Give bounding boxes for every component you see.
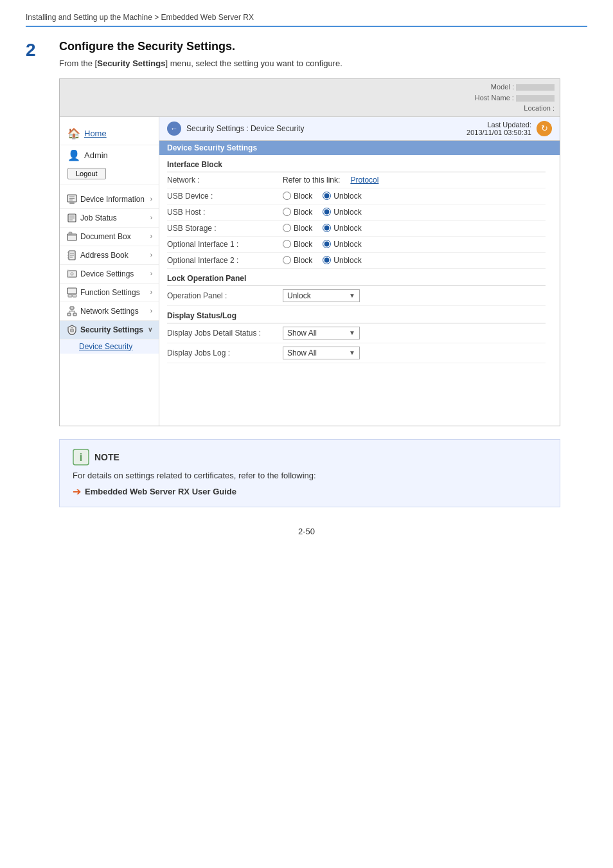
svg-rect-26: [73, 313, 76, 316]
opt2-unblock-radio[interactable]: [323, 256, 331, 264]
sidebar-item-job-status[interactable]: Job Status ›: [60, 209, 159, 228]
main-content: ← Security Settings : Device Security La…: [159, 117, 560, 426]
address-book-icon: [66, 250, 78, 260]
model-info: Model : Host Name : Location :: [475, 82, 555, 114]
settings-row-operation-panel: Operation Panel : Unlock ▼: [167, 286, 546, 306]
dropdown-arrow-icon: ▼: [349, 349, 355, 356]
browser-mockup: Model : Host Name : Location : 🏠 Home 👤: [59, 78, 560, 426]
user-icon: 👤: [67, 149, 80, 161]
usb-storage-block-option[interactable]: Block: [283, 224, 312, 233]
arrow-right-icon: ➔: [73, 485, 81, 498]
sidebar-nav: Device Information ›: [60, 190, 159, 354]
protocol-link[interactable]: Protocol: [350, 176, 378, 185]
optional-interface-1-block-option[interactable]: Block: [283, 240, 312, 249]
usb-storage-radio-group: Block Unblock: [283, 224, 362, 233]
chevron-right-icon: ›: [150, 195, 152, 203]
usb-storage-block-radio[interactable]: [283, 224, 291, 232]
document-box-icon: [66, 231, 78, 242]
back-button[interactable]: ←: [167, 122, 181, 136]
sidebar-item-label: Document Box: [80, 232, 148, 241]
svg-rect-31: [71, 329, 74, 332]
breadcrumb: Installing and Setting up the Machine > …: [26, 13, 587, 27]
sidebar-user: 👤 Admin: [60, 145, 159, 165]
display-jobs-log-value: Show All: [287, 348, 317, 357]
sidebar-item-function-settings[interactable]: Function Settings ›: [60, 284, 159, 302]
settings-row-usb-host: USB Host : Block Unblock: [167, 204, 546, 221]
usb-device-unblock-radio[interactable]: [323, 192, 331, 200]
content-header: ← Security Settings : Device Security La…: [159, 117, 560, 141]
optional-interface-2-unblock-option[interactable]: Unblock: [323, 256, 361, 265]
opt1-block-radio[interactable]: [283, 240, 291, 248]
usb-host-block-option[interactable]: Block: [283, 208, 312, 217]
usb-device-block-option[interactable]: Block: [283, 192, 312, 201]
page-number: 2-50: [26, 527, 587, 536]
optional-interface-1-unblock-option[interactable]: Unblock: [323, 240, 361, 249]
usb-host-unblock-option[interactable]: Unblock: [323, 208, 361, 217]
chevron-right-icon: ›: [150, 270, 152, 277]
sidebar-item-label: Security Settings: [80, 325, 145, 334]
settings-row-optional-interface-2: Optional Interface 2 : Block Unblock: [167, 253, 546, 269]
location-line: Location :: [475, 103, 555, 114]
chevron-right-icon: ›: [150, 289, 152, 296]
last-updated-info: Last Updated: 2013/11/01 03:50:31: [466, 121, 531, 136]
chevron-down-icon: ∨: [148, 326, 152, 333]
device-info-icon: [66, 194, 78, 204]
usb-host-block-radio[interactable]: [283, 208, 291, 216]
sidebar: 🏠 Home 👤 Admin Logout: [60, 117, 159, 426]
home-link[interactable]: Home: [84, 129, 107, 138]
home-icon: 🏠: [67, 127, 80, 140]
display-jobs-log-label: Display Jobs Log :: [167, 348, 283, 357]
svg-rect-20: [67, 269, 69, 278]
sidebar-item-label: Network Settings: [80, 307, 148, 316]
display-jobs-detail-dropdown[interactable]: Show All ▼: [283, 327, 360, 339]
sidebar-item-label: Device Information: [80, 195, 148, 204]
note-link-text[interactable]: Embedded Web Server RX User Guide: [85, 487, 236, 496]
lock-operation-panel-title: Lock Operation Panel: [167, 269, 546, 286]
dropdown-arrow-icon: ▼: [349, 329, 355, 336]
display-jobs-log-dropdown[interactable]: Show All ▼: [283, 347, 360, 359]
usb-storage-unblock-option[interactable]: Unblock: [323, 224, 361, 233]
note-icon: i: [73, 449, 89, 466]
usb-host-label: USB Host :: [167, 208, 283, 217]
note-link-row: ➔ Embedded Web Server RX User Guide: [73, 485, 547, 498]
opt1-unblock-radio[interactable]: [323, 240, 331, 248]
settings-row-usb-device: USB Device : Block Unblock: [167, 188, 546, 204]
svg-rect-21: [67, 288, 76, 294]
usb-device-block-radio[interactable]: [283, 192, 291, 200]
sidebar-item-document-box[interactable]: Document Box ›: [60, 228, 159, 246]
sidebar-item-security-settings[interactable]: Security Settings ∨: [60, 321, 159, 339]
step-description: From the [Security Settings] menu, selec…: [59, 59, 587, 68]
note-header: i NOTE: [73, 449, 547, 466]
optional-interface-2-label: Optional Interface 2 :: [167, 256, 283, 265]
sidebar-item-network-settings[interactable]: Network Settings ›: [60, 302, 159, 321]
usb-host-unblock-radio[interactable]: [323, 208, 331, 216]
operation-panel-value: Unlock: [287, 291, 311, 300]
sidebar-item-device-settings[interactable]: Device Settings ›: [60, 265, 159, 284]
security-settings-icon: [66, 325, 78, 335]
network-value: Refer to this link: Protocol: [283, 176, 546, 185]
optional-interface-2-block-option[interactable]: Block: [283, 256, 312, 265]
operation-panel-dropdown-container: Unlock ▼: [283, 289, 360, 302]
logout-button[interactable]: Logout: [67, 168, 106, 179]
usb-storage-label: USB Storage :: [167, 224, 283, 233]
refresh-button[interactable]: ↻: [537, 121, 552, 136]
model-line: Model :: [475, 82, 555, 93]
svg-rect-1: [69, 203, 75, 204]
operation-panel-dropdown[interactable]: Unlock ▼: [283, 289, 360, 302]
chevron-right-icon: ›: [150, 214, 152, 221]
note-section: i NOTE For details on settings related t…: [59, 439, 560, 507]
step-title: Configure the Security Settings.: [59, 40, 587, 53]
usb-device-unblock-option[interactable]: Unblock: [323, 192, 361, 201]
sidebar-subitem-device-security[interactable]: Device Security: [60, 339, 159, 354]
content-header-title: Security Settings : Device Security: [186, 124, 304, 133]
chevron-right-icon: ›: [150, 307, 152, 314]
dropdown-arrow-icon: ▼: [349, 292, 355, 299]
note-body: For details on settings related to certi…: [73, 471, 547, 480]
sidebar-home[interactable]: 🏠 Home: [60, 122, 159, 145]
sidebar-item-device-information[interactable]: Device Information ›: [60, 190, 159, 209]
sidebar-item-address-book[interactable]: Address Book ›: [60, 246, 159, 265]
settings-row-display-jobs-detail: Display Jobs Detail Status : Show All ▼: [167, 323, 546, 343]
usb-storage-unblock-radio[interactable]: [323, 224, 331, 232]
chevron-right-icon: ›: [150, 251, 152, 258]
opt2-block-radio[interactable]: [283, 256, 291, 264]
